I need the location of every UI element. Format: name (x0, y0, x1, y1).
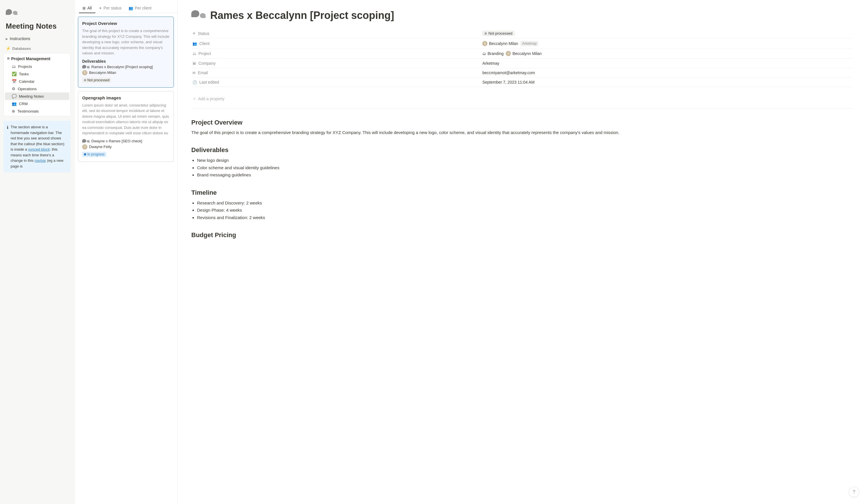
card1-person: B Beccalynn Milan (82, 70, 169, 75)
tabs-bar: ⊞ All ✦ Per status 👥 Per client (75, 0, 177, 13)
project-person2-chip: B Beccalynn Milan (506, 51, 542, 56)
page-header-icon (191, 10, 206, 18)
project-management-group: ⌗ Project Management 🗂 Projects ✅ Tasks … (3, 53, 71, 116)
tab-all[interactable]: ⊞ All (79, 3, 96, 13)
operations-icon: ⚙ (12, 87, 15, 91)
prop-label-email: ✉ Email (192, 70, 480, 75)
add-property-plus-icon: ＋ (192, 96, 197, 101)
instructions-label: Instructions (10, 36, 30, 41)
card-project-overview[interactable]: Project Overview The goal of this projec… (78, 16, 174, 88)
card1-meeting-title: Rames x Beccalynn [Project scoping] (91, 65, 153, 69)
right-panel: Rames x Beccalynn [Project scoping] ✳ St… (178, 0, 866, 504)
sidebar-item-projects[interactable]: 🗂 Projects (5, 63, 69, 70)
last-edited-prop-icon: 🕐 (192, 80, 197, 85)
prop-row-client: 👥 Client B Beccalynn Milan Arketmay (191, 39, 852, 49)
timeline-section-title: Timeline (191, 189, 852, 197)
prop-label-client: 👥 Client (192, 41, 480, 46)
card2-person: D Dwayne Felty (82, 144, 169, 149)
card2-body: Lorem ipsum dolor sit amet, consectetur … (82, 102, 169, 136)
company-prop-icon: 🏛 (192, 61, 196, 66)
project-person2-avatar: B (506, 51, 511, 56)
chat-bubble1-icon (6, 9, 12, 15)
middle-panel: ⊞ All ✦ Per status 👥 Per client Project … (75, 0, 178, 504)
all-tab-icon: ⊞ (82, 6, 86, 10)
tab-per-status[interactable]: ✦ Per status (96, 3, 125, 13)
sidebar-instructions[interactable]: ▶ Instructions (0, 35, 74, 42)
email-prop-icon: ✉ (192, 71, 196, 75)
meeting-notes-icon: 💬 (12, 94, 16, 99)
tab-per-client[interactable]: 👥 Per client (125, 3, 155, 13)
card2-status-tag: In progress (82, 152, 106, 157)
callout-text: The section above is a homemade navigati… (11, 124, 67, 169)
prop-value-client[interactable]: B Beccalynn Milan Arketmay (482, 41, 851, 46)
calendar-icon: 📅 (12, 79, 16, 83)
sidebar-item-calendar[interactable]: 📅 Calendar (5, 78, 69, 85)
sidebar-callout: ℹ The section above is a homemade naviga… (3, 121, 71, 172)
card1-meeting: Rames x Beccalynn [Project scoping] (82, 65, 169, 69)
projects-icon: 🗂 (12, 64, 16, 69)
page-title: Rames x Beccalynn [Project scoping] (210, 9, 394, 22)
sidebar-item-crm[interactable]: 👥 CRM (5, 100, 69, 108)
project-management-title[interactable]: ⌗ Project Management (4, 54, 70, 63)
prop-label-status: ✳ Status (192, 31, 480, 36)
timeline-item-3: Revisions and Finalization: 2 weeks (197, 214, 852, 221)
project-management-icon: ⌗ (7, 56, 10, 61)
card2-meeting: Dwayne x Rames [SEO check] (82, 139, 169, 143)
card-opengraph[interactable]: Opengraph images Lorem ipsum dolor sit a… (78, 91, 174, 162)
instructions-arrow-icon: ▶ (6, 37, 8, 41)
middle-content: Project Overview The goal of this projec… (75, 13, 177, 504)
timeline-list: Research and Discovery: 2 weeks Design P… (197, 199, 852, 221)
prop-row-email: ✉ Email beccmiyamot@arketmay.com (191, 68, 852, 78)
sidebar-logo (0, 7, 74, 20)
navbar-link[interactable]: navbar (35, 158, 46, 163)
prop-value-status[interactable]: Not processed (482, 31, 851, 36)
project-prop-icon: 🗂 (192, 52, 196, 56)
prop-label-company: 🏛 Company (192, 61, 480, 66)
prop-label-project: 🗂 Project (192, 51, 480, 56)
help-button[interactable]: ? (849, 487, 859, 497)
chat-bubble2-icon (13, 11, 18, 15)
card2-bubble-icon (82, 139, 90, 143)
deliverables-list: New logo design Color scheme and visual … (197, 157, 852, 179)
card2-meeting-title: Dwayne x Rames [SEO check] (91, 139, 142, 143)
properties-table: ✳ Status Not processed 👥 (191, 29, 852, 87)
prop-value-company[interactable]: Arketmay (482, 61, 851, 66)
overview-section-title: Project Overview (191, 119, 852, 126)
card2-person-name: Dwayne Felty (89, 145, 112, 149)
testimonials-icon: ⊕ (12, 109, 15, 113)
sidebar-item-testimonials[interactable]: ⊕ Testimonials (5, 108, 69, 115)
prop-label-last-edited: 🕐 Last edited (192, 80, 480, 85)
client-person-chip: B Beccalynn Milan (482, 41, 518, 46)
synced-block-link[interactable]: synced block (28, 147, 49, 152)
client-company-tag: Arketmay (520, 41, 539, 46)
per-status-icon: ✦ (99, 6, 102, 10)
deliverable-item-3: Brand messaging guidelines (197, 171, 852, 179)
sidebar-item-operations[interactable]: ⚙ Operations (5, 85, 69, 92)
budget-section-title: Budget Pricing (191, 231, 852, 239)
card1-status-dot (84, 79, 86, 81)
sidebar-item-meeting-notes[interactable]: 💬 Meeting Notes (5, 92, 69, 100)
card1-body: The goal of this project is to create a … (82, 28, 169, 56)
crm-icon: 👥 (12, 101, 16, 106)
sidebar: Meeting Notes ▶ Instructions ⚡ Databases… (0, 0, 75, 504)
prop-row-status: ✳ Status Not processed (191, 29, 852, 39)
add-property-row[interactable]: ＋ Add a property (191, 94, 852, 104)
overview-body: The goal of this project is to create a … (191, 129, 852, 136)
project-icon-inline: 🗂 (482, 52, 486, 56)
card1-status-tag: Not processed (82, 78, 111, 83)
status-badge: Not processed (482, 31, 515, 36)
prop-row-last-edited: 🕐 Last edited September 7, 2023 11:04 AM (191, 78, 852, 87)
prop-value-project[interactable]: 🗂 Branding B Beccalynn Milan (482, 51, 851, 56)
prop-row-project: 🗂 Project 🗂 Branding B Beccalynn Milan (191, 49, 852, 59)
prop-value-email[interactable]: beccmiyamot@arketmay.com (482, 70, 851, 75)
per-client-icon: 👥 (129, 6, 133, 10)
prop-value-last-edited: September 7, 2023 11:04 AM (482, 80, 851, 85)
timeline-item-2: Design Phase: 4 weeks (197, 206, 852, 214)
card1-person-name: Beccalynn Milan (89, 70, 116, 75)
prop-row-company: 🏛 Company Arketmay (191, 59, 852, 68)
status-prop-icon: ✳ (192, 31, 196, 35)
sidebar-item-tasks[interactable]: ✅ Tasks (5, 70, 69, 78)
card1-avatar: B (82, 70, 87, 75)
card1-section: Deliverables (82, 59, 169, 64)
tasks-icon: ✅ (12, 71, 16, 76)
